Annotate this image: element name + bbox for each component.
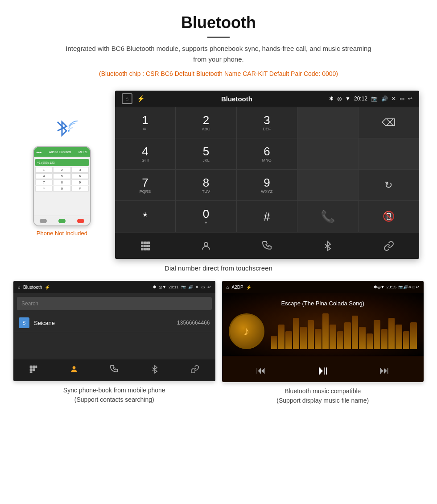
page-header: Bluetooth Integrated with BC6 Bluetooth …: [0, 0, 437, 91]
phone-side: ●●● Add to Contacts MORE +1 (555) 123 12…: [18, 117, 106, 237]
page-title: Bluetooth: [9, 13, 428, 32]
pb-nav-bluetooth[interactable]: [150, 365, 159, 376]
dial-key-6[interactable]: 6MNO: [237, 138, 297, 170]
phone-not-included-label: Phone Not Included: [37, 230, 87, 237]
music-note-icon: ♪: [243, 324, 250, 338]
music-next-button[interactable]: ⏭: [379, 365, 389, 376]
nav-dialpad-icon[interactable]: [140, 241, 151, 251]
nav-link-icon[interactable]: [383, 241, 394, 251]
dial-key-8[interactable]: 8TUV: [176, 170, 236, 201]
dial-key-4[interactable]: 4GHI: [115, 138, 176, 170]
pb-signal-icon: ◎▼: [159, 285, 166, 289]
status-time: 20:12: [354, 96, 367, 102]
pb-avatar: S: [19, 317, 29, 328]
svg-rect-3: [147, 242, 150, 244]
phone-top-bar: ●●● Add to Contacts MORE: [34, 147, 90, 157]
music-art-area: ♪: [229, 313, 417, 349]
camera-icon: 📷: [371, 96, 378, 102]
close-icon: ✕: [392, 96, 396, 102]
music-time: 20:15: [386, 285, 396, 289]
dial-key-refresh[interactable]: ↻: [359, 170, 419, 201]
pb-cam-icon: 📷: [181, 285, 186, 289]
dial-key-0[interactable]: 0+: [176, 201, 236, 232]
svg-rect-6: [147, 245, 150, 247]
bt-icon-container: [53, 117, 71, 142]
main-screen-area: ●●● Add to Contacts MORE +1 (555) 123 12…: [0, 91, 437, 259]
phone-mockup: ●●● Add to Contacts MORE +1 (555) 123 12…: [33, 146, 91, 226]
svg-rect-4: [141, 245, 144, 247]
bluetooth-status-icon: ✱: [329, 96, 334, 102]
pb-bottom-nav: [13, 359, 215, 381]
dial-key-1[interactable]: 1✉: [115, 107, 176, 138]
music-controls: ⏮ ⏯ ⏭: [222, 356, 424, 382]
nav-bluetooth-icon[interactable]: [322, 241, 333, 251]
svg-rect-1: [141, 242, 144, 244]
dial-key-5[interactable]: 5JKL: [176, 138, 236, 170]
specs-text: (Bluetooth chip : CSR BC6 Default Blueto…: [9, 70, 428, 77]
volume-icon: 🔊: [381, 96, 388, 102]
music-play-button[interactable]: ⏯: [317, 363, 329, 378]
svg-point-0: [68, 130, 70, 132]
svg-point-17: [72, 366, 75, 369]
home-button[interactable]: ⌂: [122, 93, 132, 104]
main-status-bar: ⌂ ⚡ Bluetooth ✱ ◎ ▼ 20:12 📷 🔊 ✕ ▭ ↩: [115, 91, 419, 107]
music-home-icon: ⌂: [227, 285, 229, 290]
window-icon: ▭: [400, 96, 404, 102]
dial-key-hangup[interactable]: 📵: [359, 201, 419, 232]
pb-contact-row[interactable]: S Seicane 13566664466: [13, 314, 215, 332]
svg-rect-13: [35, 366, 37, 368]
lower-section: ⌂ Bluetooth ⚡ ✱ ◎▼ 20:11 📷 🔊 ✕ ▭ ↩ Searc…: [0, 281, 437, 405]
pb-search-placeholder: Search: [21, 300, 38, 307]
svg-rect-9: [147, 248, 150, 250]
status-bar-left: ⌂ ⚡: [122, 93, 144, 104]
svg-rect-2: [144, 242, 147, 244]
pb-bt-icon: ✱: [153, 285, 157, 289]
pb-nav-grid[interactable]: [29, 365, 38, 376]
dial-key-2[interactable]: 2ABC: [176, 107, 236, 138]
dial-key-9[interactable]: 9WXYZ: [237, 170, 297, 201]
dial-key-star[interactable]: *: [115, 201, 176, 232]
status-bar-right: ✱ ◎ ▼ 20:12 📷 🔊 ✕ ▭ ↩: [329, 96, 412, 102]
svg-rect-5: [144, 245, 147, 247]
nav-phone-icon[interactable]: [262, 241, 272, 251]
svg-rect-7: [141, 248, 144, 250]
dial-key-3[interactable]: 3DEF: [237, 107, 297, 138]
svg-rect-14: [30, 368, 33, 371]
dial-key-call[interactable]: 📞: [297, 201, 358, 232]
wifi-waves-icon: [66, 120, 80, 133]
dial-key-empty-1: [297, 107, 358, 138]
usb-icon: ⚡: [137, 95, 144, 102]
svg-rect-8: [144, 248, 147, 250]
pb-time: 20:11: [169, 285, 179, 289]
music-item: ⌂ A2DP ⚡ ✱◎▼ 20:15 📷🔊✕▭↩ Escape (The Pin…: [222, 281, 424, 405]
equalizer-bars: [271, 313, 417, 349]
dial-key-backspace[interactable]: ⌫: [359, 107, 419, 138]
music-title: A2DP: [232, 285, 243, 290]
pb-title: Bluetooth: [23, 285, 42, 290]
pb-search-bar[interactable]: Search: [17, 297, 212, 310]
svg-rect-16: [30, 371, 33, 373]
dial-key-7[interactable]: 7PQRS: [115, 170, 176, 201]
svg-point-10: [204, 242, 208, 246]
description: Integrated with BC6 Bluetooth module, su…: [62, 43, 375, 65]
back-icon: ↩: [408, 96, 412, 102]
music-screen: ⌂ A2DP ⚡ ✱◎▼ 20:15 📷🔊✕▭↩ Escape (The Pin…: [222, 281, 424, 382]
pb-window-icon: ▭: [201, 285, 205, 289]
phonebook-item: ⌂ Bluetooth ⚡ ✱ ◎▼ 20:11 📷 🔊 ✕ ▭ ↩ Searc…: [13, 281, 215, 405]
dialpad-grid: 1✉ 2ABC 3DEF ⌫ 4GHI 5JKL 6MNO: [115, 107, 419, 232]
screen-title: Bluetooth: [221, 95, 252, 103]
location-icon: ◎: [337, 96, 342, 102]
pb-status-bar: ⌂ Bluetooth ⚡ ✱ ◎▼ 20:11 📷 🔊 ✕ ▭ ↩: [13, 281, 215, 293]
music-content: Escape (The Pina Colada Song) ♪: [222, 293, 424, 356]
title-divider: [207, 37, 230, 38]
music-song-title: Escape (The Pina Colada Song): [281, 300, 364, 307]
dial-key-hash[interactable]: #: [237, 201, 297, 232]
pb-nav-contacts[interactable]: [70, 365, 78, 376]
nav-contacts-icon[interactable]: [201, 241, 211, 251]
pb-home-icon: ⌂: [18, 285, 21, 290]
pb-nav-phone[interactable]: [110, 365, 119, 376]
music-prev-button[interactable]: ⏮: [256, 365, 266, 376]
pb-nav-link[interactable]: [190, 365, 199, 376]
pb-back-icon: ↩: [207, 285, 211, 289]
music-usb-icon: ⚡: [246, 285, 251, 290]
